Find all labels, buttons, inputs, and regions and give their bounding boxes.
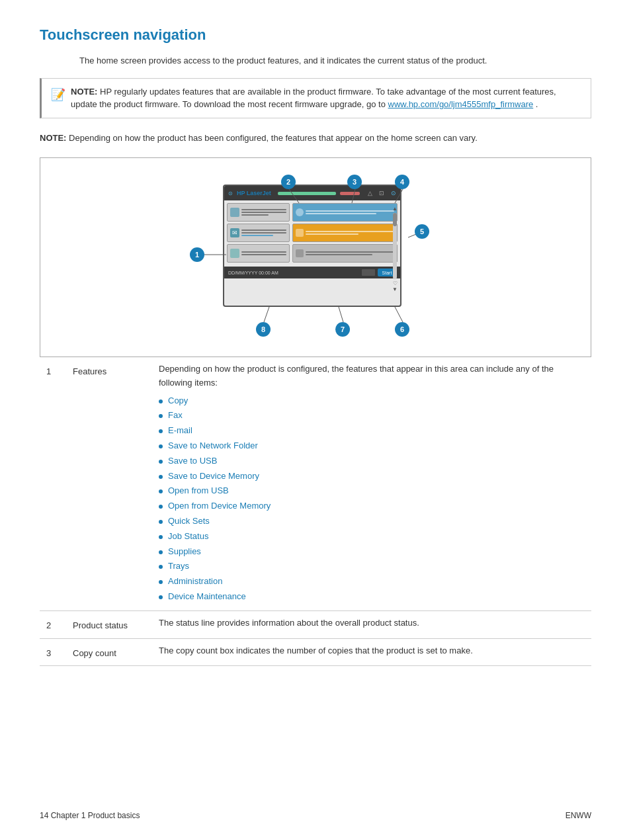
item-device-maintenance: Device Maintenance bbox=[168, 590, 246, 604]
item-administration: Administration bbox=[168, 575, 222, 589]
fax-btn bbox=[227, 244, 290, 263]
row3-content: The copy count box indicates the number … bbox=[152, 638, 591, 666]
feature-table: 1 Features Depending on how the product … bbox=[40, 357, 591, 666]
note1-label: NOTE: bbox=[71, 87, 97, 97]
copy-btn bbox=[227, 203, 290, 222]
bullet-dot bbox=[159, 535, 163, 539]
list-item: Save to USB bbox=[159, 454, 585, 468]
page-title: Touchscreen navigation bbox=[40, 26, 591, 44]
bullet-dot bbox=[159, 429, 163, 433]
screen-left-col: ✉ bbox=[227, 203, 290, 263]
item-job-status: Job Status bbox=[168, 530, 208, 544]
callout-6: 6 bbox=[395, 322, 409, 337]
item-open-device-memory: Open from Device Memory bbox=[168, 499, 271, 513]
list-item: Open from USB bbox=[159, 484, 585, 498]
diagram-outer: 1 2 3 4 5 6 7 8 ⊙ HP LaserJet △ ⊡ ⊙ bbox=[183, 171, 448, 343]
page-footer: 14 Chapter 1 Product basics ENWW bbox=[0, 811, 631, 820]
bullet-dot bbox=[159, 550, 163, 554]
callout-2: 2 bbox=[281, 175, 296, 189]
item-copy: Copy bbox=[168, 394, 188, 408]
note1-link[interactable]: www.hp.com/go/ljm4555mfp_firmware bbox=[388, 99, 534, 109]
list-item: Device Maintenance bbox=[159, 590, 585, 604]
bullet-dot bbox=[159, 414, 163, 418]
bullet-dot bbox=[159, 460, 163, 464]
list-item: Save to Network Folder bbox=[159, 439, 585, 453]
email-btn: ✉ bbox=[227, 224, 290, 242]
note-2: NOTE: Depending on how the product has b… bbox=[40, 128, 591, 149]
callout-3: 3 bbox=[347, 175, 362, 189]
svg-line-6 bbox=[339, 307, 343, 322]
bullet-dot bbox=[159, 565, 163, 569]
scrollbar: ▲ ♡ ▼ bbox=[392, 206, 398, 292]
item-open-usb: Open from USB bbox=[168, 484, 229, 498]
list-item: Job Status bbox=[159, 530, 585, 544]
item-network-folder: Save to Network Folder bbox=[168, 439, 258, 453]
svg-line-7 bbox=[264, 307, 269, 322]
screen-mockup: ⊙ HP LaserJet △ ⊡ ⊙ bbox=[223, 185, 401, 307]
intro-text: The home screen provides access to the p… bbox=[79, 54, 591, 67]
row2-label: Product status bbox=[66, 610, 152, 638]
callout-8: 8 bbox=[256, 322, 271, 337]
note2-label: NOTE: bbox=[40, 133, 66, 143]
note1-text-end: . bbox=[536, 99, 538, 109]
bullet-dot bbox=[159, 580, 163, 584]
screen-right-col bbox=[292, 203, 398, 263]
bullet-dot bbox=[159, 595, 163, 599]
row2-content: The status line provides information abo… bbox=[152, 610, 591, 638]
row1-intro: Depending on how the product is configur… bbox=[159, 364, 554, 388]
bullet-dot bbox=[159, 475, 163, 479]
callout-5: 5 bbox=[415, 224, 429, 239]
list-item: Supplies bbox=[159, 545, 585, 559]
screen-body: ✉ bbox=[224, 200, 400, 265]
item-email: E-mail bbox=[168, 424, 192, 438]
item-trays: Trays bbox=[168, 560, 189, 573]
svg-line-5 bbox=[395, 307, 403, 322]
list-item: Copy bbox=[159, 394, 585, 408]
features-list: Copy Fax E-mail Save to Network Folder S… bbox=[159, 394, 585, 604]
item-supplies: Supplies bbox=[168, 545, 201, 559]
diagram-area: 1 2 3 4 5 6 7 8 ⊙ HP LaserJet △ ⊡ ⊙ bbox=[40, 157, 591, 357]
row3-num: 3 bbox=[40, 638, 66, 666]
list-item: Open from Device Memory bbox=[159, 499, 585, 513]
footer-right: ENWW bbox=[566, 811, 591, 820]
footer-left: 14 Chapter 1 Product basics bbox=[40, 811, 140, 820]
bullet-dot bbox=[159, 520, 163, 524]
list-item: E-mail bbox=[159, 424, 585, 438]
memory-btn bbox=[292, 244, 398, 263]
list-item: Quick Sets bbox=[159, 515, 585, 528]
item-fax: Fax bbox=[168, 409, 183, 423]
callout-1: 1 bbox=[190, 247, 204, 262]
row3-label: Copy count bbox=[66, 638, 152, 666]
list-item: Administration bbox=[159, 575, 585, 589]
list-item: Save to Device Memory bbox=[159, 470, 585, 483]
list-item: Fax bbox=[159, 409, 585, 423]
screen-logo: HP LaserJet bbox=[237, 190, 271, 196]
bullet-dot bbox=[159, 444, 163, 448]
usb-btn bbox=[292, 224, 398, 242]
table-row-3: 3 Copy count The copy count box indicate… bbox=[40, 638, 591, 666]
table-row-1: 1 Features Depending on how the product … bbox=[40, 357, 591, 610]
item-quick-sets: Quick Sets bbox=[168, 515, 210, 528]
bullet-dot bbox=[159, 489, 163, 493]
item-usb: Save to USB bbox=[168, 454, 217, 468]
row1-content: Depending on how the product is configur… bbox=[152, 357, 591, 610]
item-device-memory: Save to Device Memory bbox=[168, 470, 259, 483]
bullet-dot bbox=[159, 399, 163, 403]
note-1: 📝 NOTE: HP regularly updates features th… bbox=[40, 78, 591, 118]
bullet-dot bbox=[159, 505, 163, 509]
table-row-2: 2 Product status The status line provide… bbox=[40, 610, 591, 638]
list-item: Trays bbox=[159, 560, 585, 573]
callout-4: 4 bbox=[395, 175, 409, 189]
row1-num: 1 bbox=[40, 357, 66, 610]
note-icon: 📝 bbox=[51, 86, 65, 104]
callout-7: 7 bbox=[335, 322, 350, 337]
network-btn bbox=[292, 203, 398, 222]
row2-num: 2 bbox=[40, 610, 66, 638]
row1-label: Features bbox=[66, 357, 152, 610]
note2-text: Depending on how the product has been co… bbox=[69, 133, 478, 143]
screen-footer: DD/MM/YYYY 00:00 AM Start bbox=[224, 267, 400, 278]
screen-header: ⊙ HP LaserJet △ ⊡ ⊙ bbox=[224, 186, 400, 200]
